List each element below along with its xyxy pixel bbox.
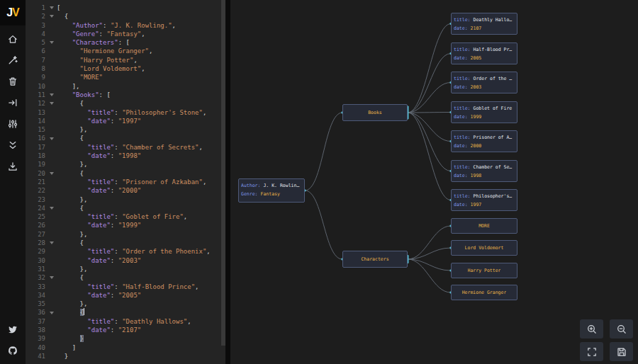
editor-line[interactable]: 20 { (26, 169, 225, 178)
editor-line[interactable]: 31 }, (26, 265, 225, 273)
editor-line[interactable]: 8 "Lord Voldemort", (26, 64, 225, 73)
json-editor[interactable]: 1[2 {3 "Author": "J. K. Rowling.",4 "Gen… (26, 0, 225, 364)
panel-resize-divider[interactable] (225, 0, 230, 364)
fold-gutter[interactable] (47, 99, 57, 108)
clear-json-button[interactable] (0, 71, 26, 92)
fold-gutter (47, 256, 57, 265)
editor-line[interactable]: 32 { (26, 273, 225, 282)
adjustments-button[interactable] (0, 113, 26, 135)
app-root: JV 1[2 {3 "Author": "J. K. Rowling.",4 "… (0, 0, 638, 364)
fold-gutter[interactable] (47, 12, 57, 21)
github-link[interactable] (0, 340, 26, 361)
fold-gutter[interactable] (47, 169, 57, 178)
node-key: date: (454, 142, 468, 150)
graph-node-book[interactable]: title:Half-Blood Princedate:2005 (451, 42, 517, 64)
collapse-nodes-button[interactable] (0, 135, 26, 156)
import-file-button[interactable] (0, 156, 26, 177)
fold-gutter[interactable] (47, 308, 57, 317)
editor-scrollbar[interactable] (221, 0, 225, 364)
graph-node-character[interactable]: Lord Voldemort (451, 240, 517, 256)
fold-gutter[interactable] (47, 4, 57, 12)
editor-line[interactable]: 40 ] (26, 343, 225, 352)
editor-line[interactable]: 26 "date": "1999" (26, 221, 225, 229)
graph-node-character[interactable]: MORE (451, 218, 517, 234)
editor-line[interactable]: 22 "date": "2000" (26, 186, 225, 195)
editor-line[interactable]: 17 "title": "Chamber of Secrets", (26, 143, 225, 152)
graph-node-character[interactable]: Harry Potter (451, 263, 517, 278)
editor-line[interactable]: 30 "date": "2003" (26, 256, 225, 265)
editor-line[interactable]: 23 }, (26, 195, 225, 204)
editor-line[interactable]: 34 "date": "2005" (26, 291, 225, 300)
line-number: 37 (26, 317, 47, 326)
editor-line[interactable]: 1[ (26, 4, 225, 12)
fold-gutter[interactable] (47, 38, 57, 47)
editor-line[interactable]: 2 { (26, 12, 225, 21)
editor-line[interactable]: 9 "MORE" (26, 73, 225, 81)
editor-line[interactable]: 41 } (26, 352, 225, 360)
line-number: 36 (26, 308, 47, 317)
fold-gutter[interactable] (47, 204, 57, 212)
fold-chevron-icon (50, 6, 54, 9)
save-image-button[interactable] (610, 342, 633, 361)
editor-line[interactable]: 10 ], (26, 82, 225, 91)
editor-line[interactable]: 25 "title": "Goblet of Fire", (26, 212, 225, 221)
json-punctuation: : (114, 178, 122, 186)
editor-line[interactable]: 7 "Harry Potter", (26, 56, 225, 64)
editor-line[interactable]: 16 { (26, 134, 225, 142)
json-punctuation: : (111, 118, 118, 125)
home-button[interactable] (0, 28, 26, 50)
editor-line[interactable]: 27 }, (26, 230, 225, 239)
code-text: }, (57, 265, 87, 273)
editor-line[interactable]: 14 "date": "1997" (26, 117, 225, 125)
editor-line[interactable]: 15 }, (26, 125, 225, 134)
editor-line[interactable]: 37 "title": "Deathly Hallows", (26, 317, 225, 326)
graph-node-characters[interactable]: Characters (342, 251, 408, 268)
graph-node-character[interactable]: Hermione Granger (451, 285, 517, 300)
editor-line[interactable]: 24 { (26, 204, 225, 212)
zoom-in-button[interactable] (580, 319, 603, 339)
graph-node-books[interactable]: Books (342, 104, 408, 121)
editor-line[interactable]: 18 "date": "1998" (26, 152, 225, 160)
graph-node-book[interactable]: title:Prisoner of Azkabandate:2000 (451, 130, 517, 152)
editor-line[interactable]: 38 "date": "2107" (26, 326, 225, 334)
json-key: "date" (57, 152, 111, 159)
editor-line[interactable]: 29 "title": "Order of the Phoenix", (26, 247, 225, 256)
auto-format-button[interactable] (0, 50, 26, 71)
editor-line[interactable]: 5 "Characters": [ (26, 38, 225, 47)
graph-canvas[interactable]: Author:J. K. Rowling.Genre:FantasyBooksC… (230, 0, 638, 364)
fold-gutter[interactable] (47, 134, 57, 142)
logo-letter-j: J (6, 6, 12, 19)
graph-node-book[interactable]: title:Chamber of Secretsdate:1998 (451, 160, 517, 182)
node-value: Prisoner of Azkaban (473, 133, 515, 142)
editor-line[interactable]: 33 "title": "Half-Blood Prince", (26, 283, 225, 291)
editor-line[interactable]: 3 "Author": "J. K. Rowling.", (26, 21, 225, 30)
editor-line[interactable]: 19 }, (26, 160, 225, 169)
editor-line[interactable]: 39 } (26, 334, 225, 343)
editor-line[interactable]: 28 { (26, 239, 225, 247)
editor-line[interactable]: 36 { (26, 308, 225, 317)
editor-line[interactable]: 35 }, (26, 300, 225, 308)
editor-scrollbar-thumb[interactable] (221, 0, 225, 346)
line-number: 4 (26, 30, 47, 38)
editor-line[interactable]: 4 "Genre": "Fantasy", (26, 30, 225, 38)
editor-line[interactable]: 6 "Hermione Granger", (26, 47, 225, 55)
twitter-link[interactable] (0, 319, 26, 340)
editor-line[interactable]: 12 { (26, 99, 225, 108)
editor-line[interactable]: 13 "title": "Philosopher's Stone", (26, 108, 225, 117)
zoom-out-button[interactable] (610, 319, 633, 339)
graph-node-book[interactable]: title:Order of the Phoenixdate:2003 (451, 72, 517, 93)
fold-gutter[interactable] (47, 239, 57, 247)
graph-node-book[interactable]: title:Philosopher's Stonedate:1997 (451, 189, 517, 211)
fold-gutter[interactable] (47, 273, 57, 282)
graph-node-book[interactable]: title:Deathly Hallowsdate:2107 (451, 13, 517, 35)
layout-direction-button[interactable] (0, 92, 26, 113)
graph-node-root[interactable]: Author:J. K. Rowling.Genre:Fantasy (238, 178, 305, 203)
editor-line[interactable]: 21 "title": "Prisoner of Azkaban", (26, 178, 225, 186)
zoom-to-fit-button[interactable] (580, 342, 603, 361)
arrow-to-line-icon (7, 97, 18, 108)
node-key: title: (454, 16, 470, 24)
graph-node-book[interactable]: title:Goblet of Firedate:1999 (451, 101, 517, 123)
app-logo[interactable]: JV (0, 0, 26, 25)
editor-line[interactable]: 11 "Books": [ (26, 91, 225, 99)
fold-gutter[interactable] (47, 91, 57, 99)
